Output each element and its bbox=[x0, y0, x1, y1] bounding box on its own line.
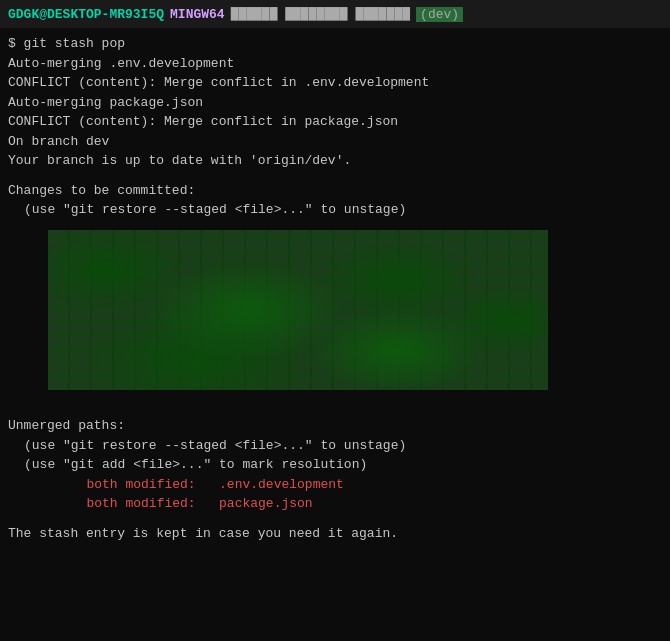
text-conflict-pkg: CONFLICT (content): Merge conflict in pa… bbox=[8, 112, 398, 132]
text-use-restore-2: (use "git restore --staged <file>..." to… bbox=[24, 436, 406, 456]
line-7: Changes to be committed: bbox=[8, 181, 662, 201]
redacted-block bbox=[48, 230, 548, 390]
spacer-3 bbox=[8, 514, 662, 524]
line-3: Auto-merging package.json bbox=[8, 93, 662, 113]
text-unmerged-paths: Unmerged paths: bbox=[8, 416, 125, 436]
line-9: Unmerged paths: bbox=[8, 416, 662, 436]
text-use-restore: (use "git restore --staged <file>..." to… bbox=[24, 200, 406, 220]
title-shell: MINGW64 bbox=[170, 7, 225, 22]
text-both-modified-env: both modified: .env.development bbox=[24, 475, 344, 495]
title-user: GDGK@DESKTOP-MR93I5Q bbox=[8, 7, 164, 22]
text-automerge-pkg: Auto-merging package.json bbox=[8, 93, 203, 113]
text-automerge-env: Auto-merging .env.development bbox=[8, 54, 234, 74]
line-4: CONFLICT (content): Merge conflict in pa… bbox=[8, 112, 662, 132]
redacted-overlay bbox=[48, 230, 548, 390]
line-5: On branch dev bbox=[8, 132, 662, 152]
terminal-window: GDGK@DESKTOP-MR93I5Q MINGW64 ██████ ████… bbox=[0, 0, 670, 641]
spacer-1 bbox=[8, 171, 662, 181]
text-on-branch: On branch dev bbox=[8, 132, 109, 152]
text-both-modified-pkg: both modified: package.json bbox=[24, 494, 313, 514]
prompt-dollar: $ bbox=[8, 34, 24, 54]
line-13: both modified: package.json bbox=[8, 494, 662, 514]
line-11: (use "git add <file>..." to mark resolut… bbox=[8, 455, 662, 475]
text-use-add: (use "git add <file>..." to mark resolut… bbox=[24, 455, 367, 475]
text-up-to-date: Your branch is up to date with 'origin/d… bbox=[8, 151, 351, 171]
line-12: both modified: .env.development bbox=[8, 475, 662, 495]
text-changes-committed: Changes to be committed: bbox=[8, 181, 195, 201]
line-8: (use "git restore --staged <file>..." to… bbox=[8, 200, 662, 220]
text-conflict-env: CONFLICT (content): Merge conflict in .e… bbox=[8, 73, 429, 93]
text-stash-kept: The stash entry is kept in case you need… bbox=[8, 524, 398, 544]
line-1: Auto-merging .env.development bbox=[8, 54, 662, 74]
line-prompt: $ git stash pop bbox=[8, 34, 662, 54]
cmd-text: git stash pop bbox=[24, 34, 125, 54]
line-14: The stash entry is kept in case you need… bbox=[8, 524, 662, 544]
line-2: CONFLICT (content): Merge conflict in .e… bbox=[8, 73, 662, 93]
line-6: Your branch is up to date with 'origin/d… bbox=[8, 151, 662, 171]
title-bar: GDGK@DESKTOP-MR93I5Q MINGW64 ██████ ████… bbox=[0, 0, 670, 28]
line-10: (use "git restore --staged <file>..." to… bbox=[8, 436, 662, 456]
redacted-section bbox=[28, 224, 662, 403]
spacer-2 bbox=[8, 406, 662, 416]
title-branch: (dev) bbox=[416, 7, 463, 22]
terminal-content[interactable]: $ git stash pop Auto-merging .env.develo… bbox=[0, 28, 670, 641]
title-path: ██████ ████████ ███████ bbox=[231, 7, 410, 22]
